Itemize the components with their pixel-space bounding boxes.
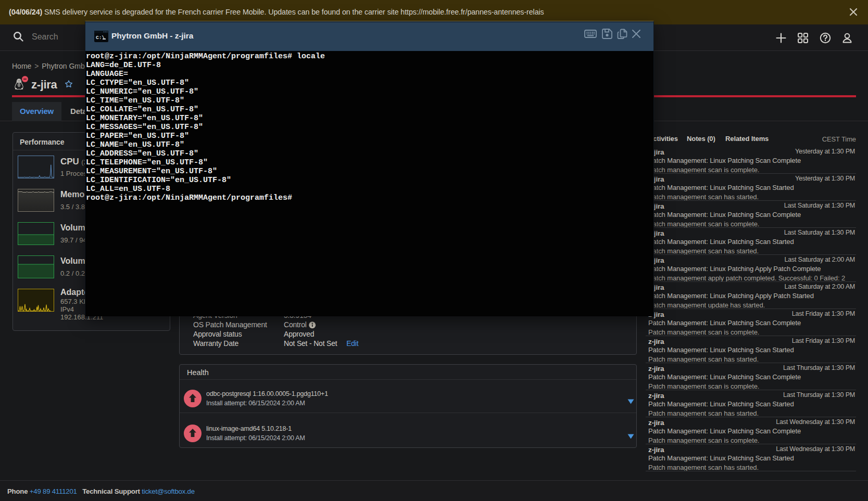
svg-text:C:\: C:\ (96, 35, 105, 41)
